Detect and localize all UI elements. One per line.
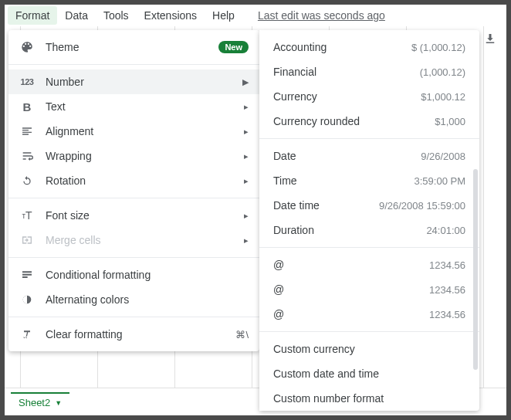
separator — [8, 317, 259, 317]
submenu-label: Financial — [273, 66, 420, 78]
chevron-right-icon: ▶ — [242, 77, 249, 87]
submenu-label: @ — [273, 283, 429, 296]
menu-item-conditional-formatting[interactable]: Conditional formatting — [8, 262, 259, 287]
submenu-example: (1,000.12) — [420, 66, 465, 78]
menu-item-label: Merge cells — [46, 234, 233, 246]
submenu-scrollbar[interactable] — [473, 169, 478, 370]
submenu-example: 24:01:00 — [426, 225, 465, 236]
number-icon: 123 — [19, 74, 35, 90]
menu-item-font-size[interactable]: тT Font size ▸ — [8, 203, 259, 228]
submenu-example: $1,000 — [435, 116, 465, 127]
submenu-item-custom-3[interactable]: @ 1234.56 — [259, 302, 479, 327]
submenu-item-currency[interactable]: Currency $1,000.12 — [259, 84, 479, 109]
format-menu: Theme New 123 Number ▶ B Text ▸ Alignmen… — [8, 30, 259, 351]
submenu-item-custom-1[interactable]: @ 1234.56 — [259, 252, 479, 277]
separator — [259, 138, 479, 139]
submenu-item-currency-rounded[interactable]: Currency rounded $1,000 — [259, 109, 479, 134]
separator — [259, 247, 479, 248]
separator — [8, 64, 259, 65]
chevron-right-icon: ▸ — [244, 176, 249, 186]
menu-item-number[interactable]: 123 Number ▶ — [8, 69, 259, 94]
submenu-example: 9/26/2008 — [421, 151, 465, 162]
align-icon — [19, 124, 35, 139]
submenu-item-accounting[interactable]: Accounting $ (1,000.12) — [259, 35, 479, 59]
menu-item-merge-cells: Merge cells ▸ — [8, 228, 259, 252]
menu-item-text[interactable]: B Text ▸ — [8, 94, 259, 119]
separator — [8, 257, 259, 258]
menu-tools[interactable]: Tools — [96, 6, 137, 25]
separator — [8, 198, 259, 198]
submenu-label: Custom number format — [273, 392, 465, 405]
menu-item-label: Theme — [46, 41, 208, 53]
submenu-item-duration[interactable]: Duration 24:01:00 — [259, 218, 479, 242]
menu-item-label: Alternating colors — [46, 293, 249, 306]
menu-item-label: Font size — [46, 209, 233, 222]
menu-item-label: Text — [46, 100, 233, 113]
submenu-label: @ — [273, 308, 429, 320]
chevron-right-icon: ▸ — [244, 127, 249, 137]
merge-icon — [19, 232, 35, 248]
menu-item-rotation[interactable]: Rotation ▸ — [8, 168, 259, 193]
submenu-example: 1234.56 — [429, 284, 465, 296]
submenu-example: 3:59:00 PM — [415, 175, 466, 187]
menu-item-label: Rotation — [46, 174, 233, 187]
submenu-label: @ — [273, 259, 429, 271]
submenu-example: $1,000.12 — [421, 91, 465, 103]
palette-icon — [19, 39, 35, 55]
separator — [259, 331, 479, 332]
wrap-icon — [19, 148, 35, 164]
submenu-item-custom-datetime[interactable]: Custom date and time — [259, 361, 479, 386]
submenu-label: Custom currency — [273, 343, 465, 355]
menu-item-label: Conditional formatting — [46, 269, 249, 281]
submenu-example: 1234.56 — [429, 259, 465, 271]
menu-extensions[interactable]: Extensions — [137, 6, 205, 25]
menu-format[interactable]: Format — [8, 6, 57, 25]
menu-item-label: Alignment — [46, 125, 233, 137]
clear-format-icon — [19, 327, 35, 342]
submenu-item-custom-number-format[interactable]: Custom number format — [259, 386, 479, 411]
submenu-label: Time — [273, 174, 415, 187]
submenu-item-date[interactable]: Date 9/26/2008 — [259, 144, 479, 168]
submenu-example: 9/26/2008 15:59:00 — [379, 200, 465, 212]
submenu-label: Date — [273, 150, 421, 162]
submenu-label: Currency rounded — [273, 115, 435, 127]
menu-item-alternating-colors[interactable]: Alternating colors — [8, 287, 259, 312]
submenu-item-time[interactable]: Time 3:59:00 PM — [259, 168, 479, 193]
sheet-tab-active[interactable]: Sheet2 ▼ — [11, 392, 69, 412]
shortcut-label: ⌘\ — [235, 329, 249, 340]
submenu-item-date-time[interactable]: Date time 9/26/2008 15:59:00 — [259, 193, 479, 218]
rotation-icon — [19, 173, 35, 188]
menu-item-label: Wrapping — [46, 150, 233, 162]
submenu-example: $ (1,000.12) — [411, 42, 465, 53]
menu-item-label: Number — [46, 76, 232, 88]
submenu-item-custom-currency[interactable]: Custom currency — [259, 337, 479, 361]
chevron-right-icon: ▸ — [244, 102, 249, 112]
alternating-colors-icon — [19, 292, 35, 307]
conditional-format-icon — [19, 267, 35, 283]
menu-data[interactable]: Data — [57, 6, 96, 25]
menu-item-wrapping[interactable]: Wrapping ▸ — [8, 144, 259, 168]
chevron-right-icon: ▸ — [244, 211, 249, 221]
submenu-item-financial[interactable]: Financial (1,000.12) — [259, 59, 479, 84]
menu-item-label: Clear formatting — [46, 328, 225, 340]
menu-item-theme[interactable]: Theme New — [8, 35, 259, 59]
menu-item-alignment[interactable]: Alignment ▸ — [8, 119, 259, 144]
chevron-right-icon: ▸ — [244, 151, 249, 161]
chevron-right-icon: ▸ — [244, 235, 249, 246]
submenu-label: Duration — [273, 224, 426, 236]
chevron-down-icon: ▼ — [55, 399, 62, 407]
bold-icon: B — [19, 99, 35, 114]
sheet-tab-label: Sheet2 — [19, 397, 50, 408]
menu-item-clear-formatting[interactable]: Clear formatting ⌘\ — [8, 322, 259, 347]
number-submenu: Accounting $ (1,000.12) Financial (1,000… — [259, 30, 479, 411]
submenu-label: Date time — [273, 199, 379, 212]
last-edit-link[interactable]: Last edit was seconds ago — [258, 9, 385, 22]
submenu-label: Custom date and time — [273, 368, 465, 380]
menu-help[interactable]: Help — [205, 6, 242, 25]
font-size-icon: тT — [19, 208, 35, 223]
submenu-item-custom-2[interactable]: @ 1234.56 — [259, 277, 479, 302]
new-badge: New — [218, 41, 249, 53]
submenu-example: 1234.56 — [429, 309, 465, 320]
submenu-label: Accounting — [273, 41, 411, 53]
download-icon[interactable] — [483, 32, 497, 48]
